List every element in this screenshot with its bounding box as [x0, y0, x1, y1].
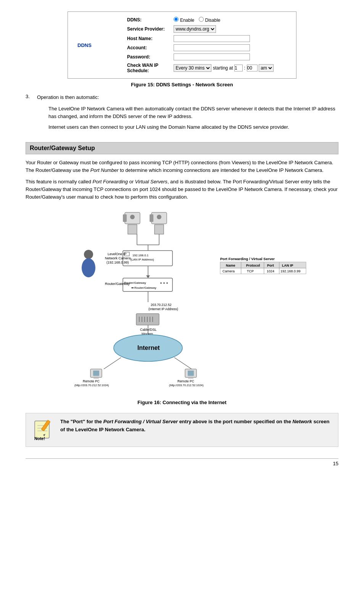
password-cell	[172, 52, 288, 62]
svg-text:Port: Port	[267, 264, 274, 267]
svg-text:⬅: ⬅	[131, 286, 134, 290]
ddns-section-label: DDNS	[76, 16, 125, 74]
svg-text:Cable/DSL: Cable/DSL	[140, 328, 157, 332]
host-name-cell	[172, 34, 288, 43]
operation-para-2: Internet users can then connect to your …	[48, 123, 338, 131]
svg-rect-52	[93, 371, 99, 376]
svg-rect-0	[48, 209, 316, 392]
ampm-select[interactable]: am pm	[259, 64, 274, 72]
svg-point-29	[163, 282, 165, 284]
service-provider-cell: www.dyndns.org	[172, 24, 288, 34]
ddns-settings-box: DDNS DDNS: Enable Disable Service Provid…	[68, 11, 296, 79]
password-label: Password:	[125, 52, 172, 62]
account-input[interactable]	[174, 44, 250, 51]
svg-rect-53	[93, 377, 99, 379]
operation-item: 3. Operation is then automatic: The Leve…	[26, 94, 338, 134]
note-text: The "Port" for the Port Forwarding / Vir…	[60, 418, 332, 434]
svg-text:203.70.212.52: 203.70.212.52	[151, 303, 172, 307]
svg-text:(LAN IP Address): (LAN IP Address)	[130, 258, 154, 261]
svg-point-3	[130, 215, 135, 219]
svg-text:(192.168.0.99): (192.168.0.99)	[106, 261, 129, 264]
svg-rect-57	[188, 371, 194, 376]
svg-point-30	[166, 282, 168, 284]
svg-point-15	[85, 261, 92, 267]
figure-16-caption: Figure 16: Connecting via the Internet	[26, 400, 338, 405]
svg-rect-4	[128, 225, 137, 234]
svg-text:(http://203.70.212.52:1024): (http://203.70.212.52:1024)	[169, 384, 204, 387]
diagram-svg: 192.168.0.1 (LAN IP Address) LevelOne IP…	[48, 209, 316, 392]
svg-text:192.168.0.99: 192.168.0.99	[280, 269, 301, 273]
svg-text:1024: 1024	[267, 269, 274, 273]
svg-text:(Internet IP Address): (Internet IP Address)	[148, 307, 178, 311]
svg-text:(http://203.70.212.52:1024): (http://203.70.212.52:1024)	[74, 384, 109, 387]
page-number: 15	[333, 461, 338, 466]
svg-rect-6	[150, 214, 153, 222]
svg-rect-58	[188, 377, 193, 379]
operation-number: 3.	[26, 94, 37, 134]
svg-text:Camera: Camera	[222, 269, 235, 273]
svg-point-28	[160, 282, 162, 284]
svg-text:192.168.0.1: 192.168.0.1	[132, 254, 149, 257]
svg-text:TCP: TCP	[247, 269, 254, 273]
svg-text:Protocol: Protocol	[246, 264, 260, 267]
password-input[interactable]	[174, 53, 250, 60]
starting-at-label: starting at	[213, 65, 234, 71]
svg-rect-8	[155, 225, 164, 234]
service-provider-label: Service Provider:	[125, 24, 172, 34]
ddns-disable-label: Disable	[205, 18, 221, 23]
ddns-field-label: DDNS:	[125, 16, 172, 24]
ddns-radio-cell: Enable Disable	[172, 16, 288, 24]
figure-15-caption: Figure 15: DDNS Settings - Network Scree…	[26, 82, 338, 87]
svg-text:LevelOne IP: LevelOne IP	[108, 252, 127, 256]
svg-rect-37	[136, 314, 159, 325]
start-hour-input[interactable]	[234, 65, 243, 71]
svg-text:Router/Gateway: Router/Gateway	[105, 282, 130, 286]
operation-label: Operation is then automatic:	[37, 94, 338, 101]
check-wan-label: Check WAN IPSchedule:	[125, 62, 172, 74]
start-minute-input[interactable]	[247, 65, 258, 71]
host-name-input[interactable]	[174, 35, 250, 42]
ddns-disable-radio[interactable]	[199, 17, 204, 22]
account-cell	[172, 43, 288, 52]
note-box: Note! The "Port" for the Port Forwarding…	[26, 413, 338, 447]
interval-select[interactable]: Every 30 mins	[174, 64, 211, 72]
router-para-2: This feature is normally called Port For…	[26, 178, 338, 201]
colon-separator: :	[244, 65, 245, 71]
svg-text:Port Forwarding / Virtual Serv: Port Forwarding / Virtual Server	[220, 257, 275, 261]
note-icon: Note!	[32, 418, 55, 442]
operation-content: Operation is then automatic: The LevelOn…	[37, 94, 338, 134]
svg-text:Internet: Internet	[137, 345, 160, 351]
svg-text:Name: Name	[226, 264, 235, 267]
svg-point-13	[84, 250, 93, 259]
host-name-label: Host Name:	[125, 34, 172, 43]
service-provider-select[interactable]: www.dyndns.org	[174, 25, 216, 33]
svg-text:Router/Gateway: Router/Gateway	[134, 286, 156, 290]
router-para-1: Your Router or Gateway must be configure…	[26, 159, 338, 174]
svg-text:Remote PC: Remote PC	[177, 379, 194, 383]
router-section-heading: Router/Gateway Setup	[26, 142, 338, 154]
svg-point-7	[157, 215, 161, 219]
schedule-cell: Every 30 mins starting at : am pm	[172, 62, 288, 74]
ddns-table: DDNS DDNS: Enable Disable Service Provid…	[76, 16, 288, 74]
network-diagram: 192.168.0.1 (LAN IP Address) LevelOne IP…	[26, 209, 338, 392]
operation-para-1: The LevelOne IP Network Camera will then…	[48, 105, 338, 120]
svg-text:Remote PC: Remote PC	[83, 379, 100, 383]
footer: 15	[26, 458, 338, 466]
ddns-enable-label: Enable	[180, 18, 194, 23]
main-content: DDNS DDNS: Enable Disable Service Provid…	[26, 11, 338, 466]
svg-rect-2	[123, 214, 127, 222]
svg-text:LAN IP: LAN IP	[282, 264, 293, 267]
ddns-enable-radio[interactable]	[174, 17, 179, 22]
svg-text:Note!: Note!	[34, 436, 45, 441]
account-label: Account:	[125, 43, 172, 52]
svg-text:Network Camera: Network Camera	[105, 256, 131, 260]
